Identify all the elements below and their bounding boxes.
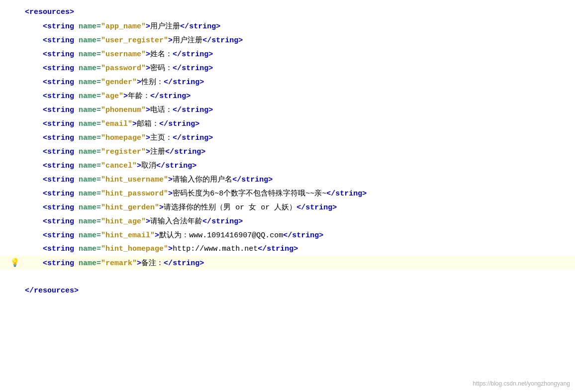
attr-name-span: name= [79, 106, 101, 114]
tag-bracket-span: < [43, 78, 47, 87]
tag-bracket-span: > [123, 92, 128, 100]
tag-name-span: string [47, 190, 74, 198]
attr-name-span: name= [79, 162, 101, 170]
code-line-hint-homepage: <string name="hint_homepage">http://www.… [0, 242, 575, 256]
text-content-span [74, 78, 79, 87]
attr-value-span: "hint_email" [101, 231, 155, 240]
attr-name-span: name= [79, 50, 101, 59]
text-content-span [74, 50, 79, 59]
tag-name-span: string [47, 120, 74, 128]
code-text: <string name="age">年龄：</string> [25, 91, 575, 100]
attr-value-span: "password" [101, 64, 146, 73]
attr-value-span: "hint_password" [101, 190, 168, 198]
tag-bracket-span: </ [326, 190, 335, 198]
tag-bracket-span: < [43, 231, 47, 240]
tag-bracket-span: > [146, 217, 150, 226]
text-content-span: 请选择你的性别（男 or 女 or 人妖） [164, 203, 296, 212]
text-content-span [74, 203, 79, 212]
text-content-span: 主页： [150, 134, 173, 142]
tag-bracket-span: < [43, 148, 47, 156]
tag-name-span: string [47, 203, 74, 212]
attr-value-span: "hint_age" [101, 217, 146, 226]
tag-bracket-span: > [70, 8, 74, 16]
tag-name-span: string [47, 231, 74, 240]
text-content-span [74, 92, 79, 100]
tag-name-span: string [47, 50, 74, 59]
code-line-age: <string name="age">年龄：</string> [0, 89, 575, 102]
tag-bracket-span: < [43, 217, 47, 226]
tag-name-span: string [47, 217, 74, 226]
attr-value-span: "user_register" [101, 36, 168, 45]
tag-bracket-span: > [146, 50, 150, 59]
tag-bracket-span: > [332, 203, 337, 212]
tag-bracket-span: > [199, 78, 204, 87]
code-text: <string name="remark">备注：</string> [25, 258, 575, 268]
tag-name-span: resources [29, 8, 70, 16]
tag-name-span: string [47, 245, 74, 253]
code-text: </resources> [25, 287, 575, 295]
attr-name-span: name= [79, 203, 101, 212]
tag-bracket-span: </ [173, 64, 182, 73]
tag-bracket-span: </ [173, 134, 182, 142]
tag-bracket-span: > [146, 148, 150, 156]
code-text: <string name="password">密码：</string> [25, 63, 575, 73]
tag-bracket-span: > [195, 120, 199, 128]
tag-bracket-span: < [43, 259, 47, 268]
text-content-span: 请输入合法年龄 [150, 217, 202, 226]
code-line-resources-close: </resources> [0, 284, 575, 297]
text-content-span [74, 22, 79, 31]
tag-name-span: string [241, 176, 268, 184]
code-line-app-name: <string name="app_name">用户注册</string> [0, 19, 575, 33]
text-content-span: 密码： [150, 64, 173, 73]
tag-bracket-span: </ [159, 120, 168, 128]
tag-bracket-span: < [43, 245, 47, 253]
tag-bracket-span: < [43, 176, 47, 184]
tag-name-span: string [173, 259, 199, 268]
text-content-span: 取消 [141, 162, 156, 170]
attr-value-span: "hint_username" [101, 176, 168, 184]
code-text: <string name="hint_email">默认为：www.109141… [25, 230, 575, 240]
code-text: <string name="hint_gerden">请选择你的性别（男 or … [25, 202, 575, 212]
code-text: <string name="hint_age">请输入合法年龄</string> [25, 216, 575, 226]
tag-name-span: string [47, 36, 74, 45]
tag-bracket-span: > [208, 64, 213, 73]
tag-bracket-span: > [216, 22, 220, 31]
code-text: <string name="app_name">用户注册</string> [25, 21, 575, 31]
code-text: <resources> [25, 8, 575, 16]
tag-name-span: string [165, 162, 192, 170]
attr-name-span: name= [79, 176, 101, 184]
tag-bracket-span: > [146, 22, 150, 31]
attr-value-span: "email" [101, 120, 132, 128]
text-content-span [74, 36, 79, 45]
text-content-span: 电话： [150, 106, 173, 114]
code-text: <string name="hint_password">密码长度为6~8个数字… [25, 189, 575, 198]
tag-name-span: string [47, 148, 74, 156]
attr-name-span: name= [79, 231, 101, 240]
tag-name-span: string [47, 106, 74, 114]
tag-bracket-span: > [199, 259, 204, 268]
code-line-email: <string name="email">邮箱：</string> [0, 116, 575, 130]
code-text: <string name="homepage">主页：</string> [25, 133, 575, 142]
code-line-hint-age: <string name="hint_age">请输入合法年龄</string> [0, 214, 575, 228]
text-content-span: 备注： [141, 259, 164, 268]
tag-bracket-span: </ [296, 203, 305, 212]
tag-bracket-span: > [208, 50, 213, 59]
tag-name-span: string [182, 50, 208, 59]
tag-bracket-span: < [43, 203, 47, 212]
tag-bracket-span: > [159, 203, 164, 212]
attr-value-span: "homepage" [101, 134, 146, 142]
tag-name-span: string [211, 217, 238, 226]
tag-bracket-span: > [268, 176, 273, 184]
attr-name-span: name= [79, 134, 101, 142]
tag-bracket-span: </ [202, 36, 211, 45]
text-content-span [74, 231, 79, 240]
code-text: <string name="email">邮箱：</string> [25, 119, 575, 128]
attr-value-span: "age" [101, 92, 123, 100]
text-content-span: 默认为：www.1091416907@QQ.com [159, 231, 283, 240]
tag-bracket-span: > [319, 231, 323, 240]
attr-value-span: "phonenum" [101, 106, 146, 114]
attr-name-span: name= [79, 64, 101, 73]
tag-bracket-span: > [168, 190, 173, 198]
code-line-hint-username: <string name="hint_username">请输入你的用户名</s… [0, 172, 575, 186]
tag-bracket-span: > [146, 106, 150, 114]
